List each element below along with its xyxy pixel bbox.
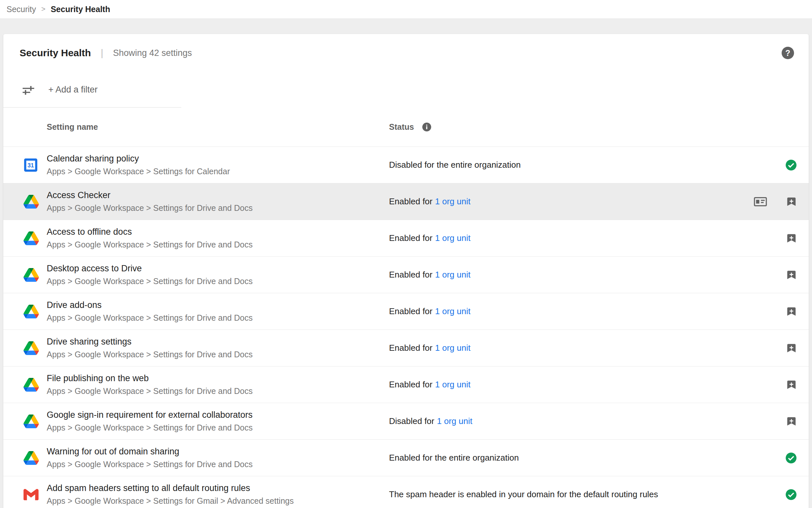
setting-name[interactable]: Drive sharing settings (47, 337, 389, 347)
status-cell: Enabled for1 org unit (389, 343, 786, 353)
setting-name[interactable]: Google sign-in requirement for external … (47, 410, 389, 420)
table-row[interactable]: Add spam headers setting to all default … (3, 476, 809, 508)
org-unit-link[interactable]: 1 org unit (435, 343, 470, 353)
org-unit-link[interactable]: 1 org unit (435, 270, 470, 280)
org-unit-link[interactable]: 1 org unit (435, 197, 470, 206)
status-text: Enabled for (389, 197, 432, 206)
status-ok-icon (785, 452, 797, 464)
status-text: Enabled for (389, 270, 432, 280)
setting-name[interactable]: Add spam headers setting to all default … (47, 483, 389, 493)
app-icon-cell (3, 305, 47, 319)
table-header: Setting name Status (3, 108, 809, 147)
status-ok-icon (785, 159, 797, 171)
status-text: The spam header is enabled in your domai… (389, 490, 658, 499)
table-row[interactable]: Drive add-ons Apps > Google Workspace > … (3, 293, 809, 330)
google-drive-icon (23, 195, 39, 209)
status-cell: Enabled for1 org unit (389, 380, 786, 390)
org-unit-link[interactable]: 1 org unit (435, 233, 470, 243)
setting-name[interactable]: Calendar sharing policy (47, 154, 389, 164)
row-actions (786, 343, 809, 354)
setting-name[interactable]: Warning for out of domain sharing (47, 447, 389, 457)
table-row[interactable]: 31 Calendar sharing policy Apps > Google… (3, 147, 809, 183)
status-cell: Disabled for1 org unit (389, 416, 786, 426)
table-row[interactable]: Google sign-in requirement for external … (3, 403, 809, 440)
google-drive-icon (23, 415, 39, 428)
app-icon-cell (3, 451, 47, 465)
org-unit-link[interactable]: 1 org unit (435, 306, 470, 316)
title-separator: | (101, 48, 103, 58)
status-text: Disabled for the entire organization (389, 160, 521, 170)
table-row[interactable]: Access to offline docs Apps > Google Wor… (3, 220, 809, 257)
google-drive-icon (23, 268, 39, 282)
breadcrumb: Security > Security Health (0, 0, 812, 18)
setting-cell: Add spam headers setting to all default … (47, 483, 389, 506)
setting-path: Apps > Google Workspace > Settings for D… (47, 240, 389, 249)
filter-icon[interactable] (22, 84, 35, 95)
setting-cell: Access Checker Apps > Google Workspace >… (47, 190, 389, 213)
org-units-assigned-icon[interactable] (754, 197, 767, 206)
app-icon-cell: 31 (3, 158, 47, 172)
table-row[interactable]: Drive sharing settings Apps > Google Wor… (3, 330, 809, 367)
google-drive-icon (23, 305, 39, 319)
setting-path: Apps > Google Workspace > Settings for D… (47, 203, 389, 213)
status-cell: The spam header is enabled in your domai… (389, 490, 785, 500)
row-actions (786, 306, 809, 317)
google-drive-icon (23, 341, 39, 355)
setting-name[interactable]: Desktop access to Drive (47, 263, 389, 273)
setting-cell: Access to offline docs Apps > Google Wor… (47, 227, 389, 249)
row-actions (785, 452, 809, 464)
setting-path: Apps > Google Workspace > Settings for D… (47, 460, 389, 469)
settings-count-label: Showing 42 settings (113, 48, 192, 58)
app-icon-cell (3, 231, 47, 245)
setting-name[interactable]: Drive add-ons (47, 300, 389, 310)
table-row[interactable]: Desktop access to Drive Apps > Google Wo… (3, 257, 809, 293)
table-row[interactable]: Warning for out of domain sharing Apps >… (3, 440, 809, 476)
org-unit-link[interactable]: 1 org unit (437, 416, 472, 426)
filter-bar: + Add a filter (3, 72, 809, 107)
add-filter-button[interactable]: + Add a filter (48, 85, 98, 95)
recommendation-flag-icon[interactable] (786, 233, 797, 244)
recommendation-flag-icon[interactable] (786, 343, 797, 354)
row-actions (754, 196, 809, 207)
setting-name[interactable]: Access Checker (47, 190, 389, 200)
recommendation-flag-icon[interactable] (786, 306, 797, 317)
row-actions (786, 233, 809, 244)
row-actions (786, 269, 809, 281)
setting-path: Apps > Google Workspace > Settings for D… (47, 350, 389, 359)
status-text: Enabled for (389, 380, 432, 389)
recommendation-flag-icon[interactable] (786, 196, 797, 207)
breadcrumb-security-link[interactable]: Security (6, 5, 36, 14)
table-row[interactable]: File publishing on the web Apps > Google… (3, 367, 809, 403)
settings-list: 31 Calendar sharing policy Apps > Google… (3, 147, 809, 508)
app-icon-cell (3, 487, 47, 502)
setting-name[interactable]: File publishing on the web (47, 373, 389, 383)
svg-text:31: 31 (28, 162, 34, 169)
status-info-icon[interactable] (422, 122, 432, 132)
setting-cell: Desktop access to Drive Apps > Google Wo… (47, 263, 389, 286)
status-cell: Enabled for the entire organization (389, 453, 785, 463)
help-icon[interactable]: ? (782, 47, 794, 59)
org-unit-link[interactable]: 1 org unit (435, 380, 470, 389)
status-text: Enabled for (389, 306, 432, 316)
status-text: Enabled for (389, 343, 432, 353)
setting-path: Apps > Google Workspace > Settings for D… (47, 313, 389, 323)
setting-name[interactable]: Access to offline docs (47, 227, 389, 237)
setting-path: Apps > Google Workspace > Settings for D… (47, 423, 389, 432)
recommendation-flag-icon[interactable] (786, 269, 797, 281)
recommendation-flag-icon[interactable] (786, 379, 797, 390)
setting-cell: Warning for out of domain sharing Apps >… (47, 447, 389, 469)
table-row[interactable]: Access Checker Apps > Google Workspace >… (3, 183, 809, 220)
column-status: Status (389, 122, 414, 132)
card-header: Security Health | Showing 42 settings ? (3, 34, 809, 72)
setting-cell: Drive add-ons Apps > Google Workspace > … (47, 300, 389, 323)
app-icon-cell (3, 268, 47, 282)
google-drive-icon (23, 378, 39, 392)
app-icon-cell (3, 341, 47, 355)
status-cell: Enabled for1 org unit (389, 197, 754, 207)
status-ok-icon (785, 489, 797, 501)
recommendation-flag-icon[interactable] (786, 416, 797, 427)
gmail-icon (23, 487, 39, 502)
status-cell: Disabled for the entire organization (389, 160, 785, 170)
setting-path: Apps > Google Workspace > Settings for G… (47, 496, 389, 506)
row-actions (785, 159, 809, 171)
